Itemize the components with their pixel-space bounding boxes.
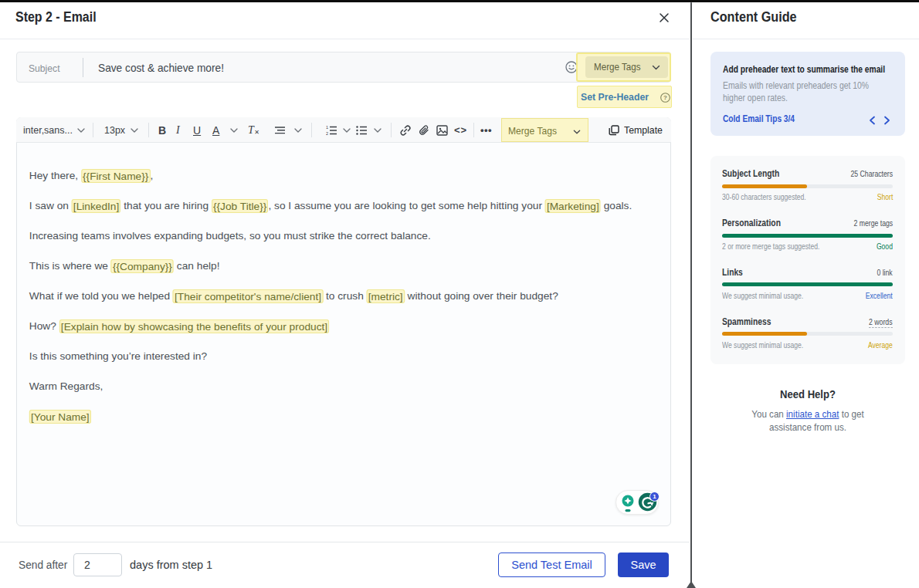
svg-text:1: 1 bbox=[326, 125, 328, 130]
svg-text:?: ? bbox=[663, 94, 667, 101]
svg-text:1: 1 bbox=[653, 493, 656, 500]
svg-text:2: 2 bbox=[326, 131, 328, 136]
